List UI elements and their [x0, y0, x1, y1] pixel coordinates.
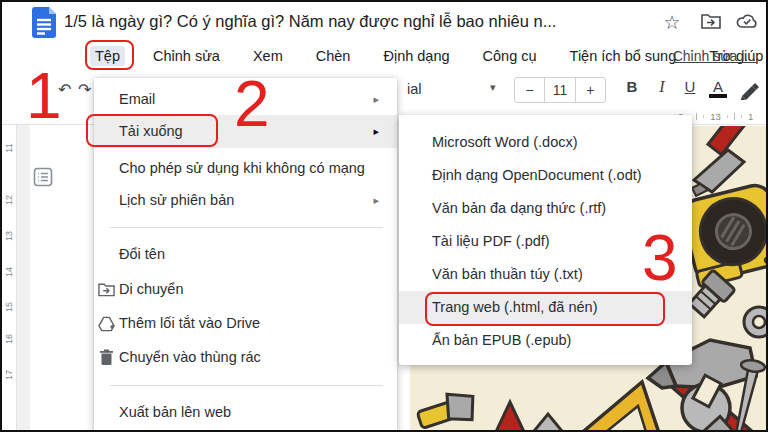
vertical-ruler[interactable]: 11 12 13 14 15 16 17 — [2, 125, 17, 432]
menu-item-move-to-trash[interactable]: Chuyển vào thùng rác — [94, 341, 397, 373]
trash-icon — [98, 349, 115, 366]
submenu-item-odt[interactable]: Định dạng OpenDocument (.odt) — [399, 159, 692, 192]
ruler-tick — [696, 113, 697, 120]
menu-divider — [110, 385, 383, 386]
cloud-saved-icon[interactable] — [735, 13, 759, 29]
annotation-step-3: 3 — [642, 226, 678, 290]
menu-format[interactable]: Định dạng — [378, 46, 454, 66]
ruler-tick — [734, 113, 735, 120]
menu-item-version-history[interactable]: Lịch sử phiên bản ▸ — [94, 184, 397, 216]
menu-item-label: Định dạng OpenDocument (.odt) — [432, 167, 642, 183]
annotation-box-html-option — [425, 292, 665, 326]
menu-item-label: Di chuyển — [119, 281, 183, 297]
annotation-box-download — [86, 114, 218, 147]
ruler-dot — [703, 115, 704, 118]
menu-item-rename[interactable]: Đổi tên — [94, 238, 397, 270]
washer-shape — [744, 307, 768, 337]
underline-button[interactable]: U — [678, 78, 702, 95]
annotation-step-1: 1 — [26, 64, 62, 128]
menu-item-label: Tài liệu PDF (.pdf) — [432, 233, 550, 249]
submenu-arrow-icon: ▸ — [373, 115, 379, 147]
ruler-mark: 1 — [748, 111, 753, 122]
text-color-button[interactable]: A — [706, 78, 730, 98]
ruler-mark: 16 — [4, 330, 14, 348]
annotation-box-file-menu — [85, 40, 134, 70]
submenu-arrow-icon: ▸ — [373, 83, 379, 115]
ruler-mark: 12 — [4, 191, 14, 209]
document-title[interactable]: 1/5 là ngày gì? Có ý nghĩa gì? Năm nay đ… — [64, 12, 556, 31]
google-docs-icon[interactable] — [32, 7, 56, 38]
star-icon[interactable]: ☆ — [660, 11, 684, 34]
menu-edit[interactable]: Chỉnh sửa — [148, 46, 225, 66]
submenu-item-docx[interactable]: Microsoft Word (.docx) — [399, 126, 692, 159]
menu-item-label: Chuyển vào thùng rác — [119, 349, 261, 365]
ruler-mark: 17 — [4, 366, 14, 384]
submenu-item-epub[interactable]: Ấn bản EPUB (.epub) — [399, 324, 692, 357]
menu-item-publish-to-web[interactable]: Xuất bản lên web — [94, 396, 397, 428]
menu-item-offline[interactable]: Cho phép sử dụng khi không có mạng — [94, 152, 397, 184]
ruler-mark: 11 — [4, 139, 14, 157]
ruler-dot — [741, 115, 742, 118]
submenu-arrow-icon: ▸ — [373, 184, 379, 216]
drive-shortcut-icon — [98, 315, 115, 332]
header-bar: 1/5 là ngày gì? Có ý nghĩa gì? Năm nay đ… — [2, 2, 768, 42]
menu-view[interactable]: Xem — [248, 46, 288, 66]
ruler-mark: 14 — [4, 263, 14, 281]
last-edit-link[interactable]: Chỉnh sửa l... — [673, 48, 756, 64]
menu-item-add-shortcut-drive[interactable]: Thêm lối tắt vào Drive — [94, 307, 397, 339]
ruler-dot — [727, 115, 728, 118]
ruler-mark: 15 — [4, 298, 14, 316]
menu-item-label: Thêm lối tắt vào Drive — [119, 315, 260, 331]
highlight-pen-icon[interactable] — [738, 78, 760, 100]
menubar: Tệp Chỉnh sửa Xem Chèn Định dạng Công cụ… — [90, 42, 768, 70]
menu-tools[interactable]: Công cụ — [478, 46, 542, 66]
menu-item-label: Cho phép sử dụng khi không có mạng — [119, 160, 365, 176]
menu-item-label: Văn bản đa dạng thức (.rtf) — [432, 200, 606, 216]
submenu-item-rtf[interactable]: Văn bản đa dạng thức (.rtf) — [399, 192, 692, 225]
ruler-mark: 13 — [710, 111, 721, 122]
chevron-down-icon[interactable]: ▾ — [490, 81, 496, 94]
menu-insert[interactable]: Chèn — [311, 46, 356, 66]
text-color-label: A — [713, 78, 723, 95]
font-size-increase-button[interactable]: + — [576, 78, 605, 102]
ruler-mark: 13 — [4, 227, 14, 245]
menu-item-label: Lịch sử phiên bản — [119, 192, 234, 208]
menu-item-move[interactable]: Di chuyển — [94, 273, 397, 305]
menu-item-label: Ấn bản EPUB (.epub) — [432, 332, 571, 348]
menu-item-label: Văn bản thuần túy (.txt) — [432, 266, 583, 282]
redo-icon[interactable]: ↷ — [78, 80, 91, 99]
menu-item-label: Xuất bản lên web — [119, 404, 231, 420]
annotation-step-2: 2 — [234, 72, 270, 136]
page-margin-gutter — [17, 125, 30, 432]
move-folder-icon — [98, 281, 115, 298]
italic-button[interactable]: I — [650, 78, 674, 96]
move-folder-icon[interactable] — [699, 13, 723, 30]
menu-divider — [110, 227, 383, 228]
bold-button[interactable]: B — [620, 78, 644, 95]
menu-addons[interactable]: Tiện ích bổ sung — [565, 46, 682, 66]
font-size-decrease-button[interactable]: − — [515, 78, 544, 102]
menu-item-label: Email — [119, 91, 155, 107]
font-size-value[interactable]: 11 — [544, 78, 575, 102]
document-outline-icon[interactable] — [33, 167, 53, 187]
google-docs-window: 1/5 là ngày gì? Có ý nghĩa gì? Năm nay đ… — [0, 0, 768, 432]
menu-item-label: Microsoft Word (.docx) — [432, 134, 578, 150]
menu-item-label: Đổi tên — [119, 246, 165, 262]
font-family-select[interactable]: ial — [407, 81, 422, 97]
font-size-stepper: − 11 + — [514, 77, 606, 103]
